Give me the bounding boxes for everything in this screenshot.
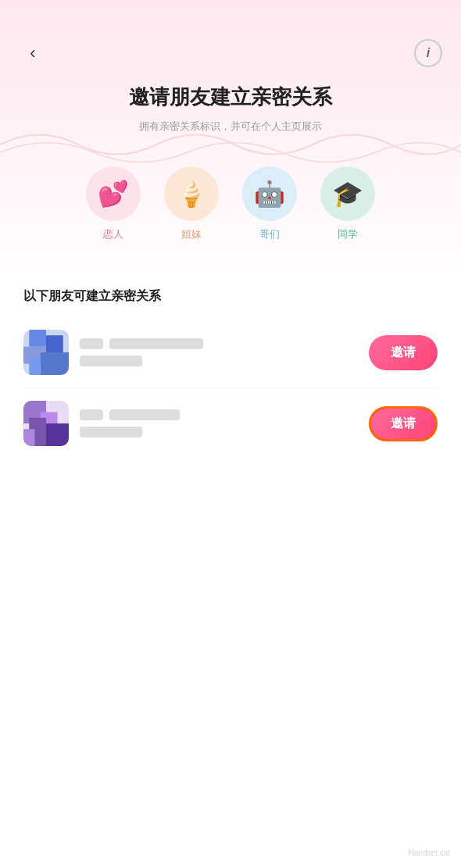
category-classmate[interactable]: 🎓 同学: [320, 166, 375, 241]
friend-left-2: [23, 401, 180, 446]
classmate-label: 同学: [338, 227, 358, 241]
page: ‹ i 邀请朋友建立亲密关系 拥有亲密关系标识，并可在个人主页展示 💕 恋人 🍦…: [0, 0, 461, 868]
friend-section: 以下朋友可建立亲密关系: [0, 273, 461, 471]
friend-avatar-1: [23, 330, 69, 375]
brother-icon: 🤖: [242, 166, 297, 221]
friend-sub-blur-2: [80, 427, 142, 438]
title-section: 邀请朋友建立亲密关系 拥有亲密关系标识，并可在个人主页展示: [0, 75, 461, 151]
friend-name-row-1: [80, 338, 203, 349]
invite-button-1[interactable]: 邀请: [369, 335, 438, 370]
info-button[interactable]: i: [414, 39, 442, 67]
section-title: 以下朋友可建立亲密关系: [23, 288, 438, 305]
classmate-icon: 🎓: [320, 166, 375, 221]
friend-item-2: 邀请: [23, 391, 438, 455]
svg-rect-11: [23, 429, 35, 446]
friend-item: 邀请: [23, 320, 438, 384]
friend-sub-blur-1: [80, 355, 142, 366]
category-sister[interactable]: 🍦 姐妹: [164, 166, 219, 241]
sister-icon: 🍦: [164, 166, 219, 221]
friend-left-1: [23, 330, 203, 375]
svg-rect-4: [41, 352, 69, 375]
back-icon: ‹: [30, 43, 35, 63]
category-list: 💕 恋人 🍦 姐妹 🤖 哥们 🎓 同学: [0, 151, 461, 265]
friend-name-row-2: [80, 409, 180, 420]
friend-info-1: [80, 338, 203, 366]
category-lovers[interactable]: 💕 恋人: [86, 166, 141, 241]
lovers-icon: 💕: [86, 166, 141, 221]
back-button[interactable]: ‹: [19, 39, 47, 67]
friend-name-blur-1b: [109, 338, 203, 349]
watermark: Handset.cat: [409, 848, 450, 857]
svg-rect-5: [29, 358, 41, 375]
svg-rect-1: [29, 330, 46, 347]
category-brother[interactable]: 🤖 哥们: [242, 166, 297, 241]
info-icon: i: [427, 46, 430, 60]
friend-name-blur-1a: [80, 338, 103, 349]
friend-avatar-2: [23, 401, 69, 446]
friend-name-blur-2b: [109, 409, 180, 420]
friend-name-blur-2a: [80, 409, 103, 420]
brother-label: 哥们: [259, 227, 280, 241]
page-subtitle: 拥有亲密关系标识，并可在个人主页展示: [31, 119, 430, 135]
lovers-label: 恋人: [103, 227, 123, 241]
svg-rect-10: [46, 423, 69, 446]
friend-info-2: [80, 409, 180, 438]
sister-label: 姐妹: [181, 227, 202, 241]
svg-rect-2: [46, 335, 63, 352]
invite-button-2[interactable]: 邀请: [369, 406, 438, 441]
page-title: 邀请朋友建立亲密关系: [31, 83, 430, 111]
divider: [23, 388, 438, 388]
header: ‹ i: [0, 0, 461, 75]
